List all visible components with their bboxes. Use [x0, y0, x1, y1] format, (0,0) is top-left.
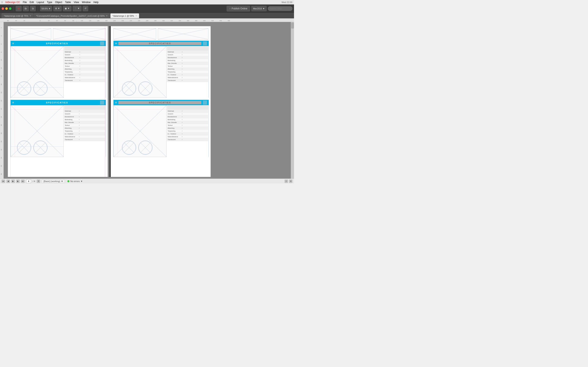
- spec-label: Max. Breedte: [64, 62, 79, 64]
- canvas-area[interactable]: = SPECIFICATIES: [4, 22, 294, 179]
- first-page-button[interactable]: ⏮: [2, 180, 5, 183]
- layout-mode-button[interactable]: ▣ ▼: [63, 6, 71, 11]
- spec-label: Translucent: [64, 80, 79, 81]
- menu-type[interactable]: Type: [47, 1, 52, 4]
- error-dropdown-icon: ▼: [80, 180, 83, 183]
- spec-label: Translucent: [64, 139, 79, 141]
- refresh-button[interactable]: ↺: [83, 6, 88, 11]
- menu-object[interactable]: Object: [55, 1, 62, 4]
- collapse-icon: [100, 100, 104, 105]
- svg-text:440: 440: [219, 20, 222, 21]
- spec-row: Translucent=: [64, 138, 105, 141]
- svg-text:60: 60: [64, 20, 66, 21]
- circle-7: [122, 141, 136, 155]
- tab-close-icon[interactable]: ✕: [135, 15, 137, 17]
- toolbar-separator: [13, 6, 14, 11]
- tab-datamerge[interactable]: *datamerge.indd @ 75% ✕: [2, 13, 34, 18]
- spec-eq: =: [79, 51, 81, 53]
- scrollbar-thumb[interactable]: [291, 22, 294, 29]
- circle-5: [122, 81, 136, 96]
- zoom-level-display[interactable]: 58.6% ▼: [40, 6, 52, 11]
- svg-text:24: 24: [1, 116, 2, 118]
- spec-row: In- / Outdoor =: [64, 73, 105, 76]
- view-toggle-2[interactable]: ⊞: [289, 180, 292, 183]
- tab-close-icon[interactable]: ✕: [30, 15, 31, 17]
- spec-row: Afwerking=: [167, 127, 208, 130]
- style-label: [Basic] (working): [43, 180, 60, 183]
- svg-text:40: 40: [56, 20, 58, 21]
- tab-concepts[interactable]: *ConceptsA4Catalogus_PromotieSpullen_Jul…: [34, 13, 110, 18]
- play-button[interactable]: ▶: [11, 180, 15, 183]
- spec-row: Bedrukking=: [167, 59, 208, 62]
- product-card-2: = SPECIFICATIES: [113, 41, 209, 98]
- spec-label: Brandwerend: [64, 116, 79, 118]
- spec-row: Max. Breedte =: [64, 62, 105, 65]
- menu-edit[interactable]: Edit: [30, 1, 34, 4]
- maximize-button[interactable]: [9, 7, 11, 10]
- collapse-icon: [203, 42, 207, 45]
- menu-view[interactable]: View: [74, 1, 79, 4]
- help-search-input[interactable]: [268, 6, 292, 11]
- view-toggle-1[interactable]: ⊡: [285, 180, 288, 183]
- spec-eq: =: [182, 133, 184, 135]
- date-button[interactable]: Mar2016 ▼: [251, 6, 267, 11]
- spec-eq: =: [79, 74, 81, 76]
- spec-row: Bedrukking=: [167, 118, 208, 121]
- menu-window[interactable]: Window: [82, 1, 91, 4]
- svg-text:8: 8: [1, 52, 2, 53]
- spec-table-2: Materiaal= Gewicht= Brandwerend= Bedrukk…: [167, 46, 209, 98]
- svg-text:22: 22: [1, 108, 2, 110]
- spec-eq: =: [182, 80, 184, 81]
- spec-row: Textuur=: [167, 65, 208, 68]
- st-button[interactable]: St: [30, 6, 36, 11]
- bridge-button[interactable]: Id: [16, 6, 22, 11]
- menu-help[interactable]: Help: [94, 1, 99, 4]
- svg-text:30: 30: [1, 141, 2, 142]
- svg-text:140: 140: [97, 20, 99, 21]
- publish-online-button[interactable]: ↑ Publish Online: [227, 6, 250, 11]
- menu-table[interactable]: Table: [65, 1, 71, 4]
- page-options-button[interactable]: ⚙: [37, 180, 40, 183]
- tools-button[interactable]: ⋮ ▼: [73, 6, 81, 11]
- tab-close-icon[interactable]: ✕: [106, 15, 108, 17]
- svg-text:240: 240: [138, 20, 140, 21]
- close-button[interactable]: [2, 7, 4, 10]
- spec-label: Waterafstotend: [167, 77, 182, 78]
- spec-label: Bedrukking: [167, 119, 182, 120]
- spec-row: In- / Outdoor=: [167, 133, 208, 135]
- spec-eq: =: [79, 77, 81, 78]
- card-header-1: = SPECIFICATIES: [11, 41, 106, 46]
- view-mode-button[interactable]: ⊞ ▼: [53, 6, 62, 11]
- svg-text:26: 26: [1, 124, 2, 126]
- style-dropdown[interactable]: [Basic] (working) ▼: [42, 179, 65, 183]
- menu-file[interactable]: File: [23, 1, 27, 4]
- svg-text:380: 380: [195, 20, 198, 21]
- svg-text:200: 200: [121, 20, 124, 21]
- circle-6: [138, 81, 153, 96]
- zoom-dropdown-icon: ▼: [48, 7, 51, 10]
- scroll-indicator-panel: [291, 22, 294, 179]
- spec-eq: =: [79, 59, 81, 61]
- last-page-button[interactable]: ⏭: [21, 180, 25, 183]
- svg-text:36: 36: [1, 165, 2, 167]
- prev-page-button[interactable]: ◀: [7, 180, 10, 183]
- br-button[interactable]: Br: [23, 6, 29, 11]
- spec-label: Afwerking: [167, 68, 182, 70]
- spec-eq: =: [79, 130, 81, 132]
- spec-eq: =: [79, 133, 81, 135]
- card-body-1: Materiaal = Gewicht = Brandwerend =: [11, 46, 106, 98]
- menu-layout[interactable]: Layout: [37, 1, 44, 4]
- tab-datamerge-1[interactable]: *datamerge-1 @ 59% ✕: [110, 13, 139, 18]
- spec-row: Toepassing=: [167, 71, 208, 73]
- svg-text:4: 4: [1, 35, 2, 36]
- error-status[interactable]: No errors ▼: [67, 180, 83, 183]
- next-page-button[interactable]: ▶: [16, 180, 20, 183]
- spec-row: Textuur=: [64, 124, 105, 127]
- svg-text:10: 10: [1, 59, 2, 61]
- page-number-input[interactable]: [26, 179, 31, 183]
- spec-eq: =: [182, 139, 184, 141]
- apple-menu[interactable]: : [2, 1, 2, 4]
- svg-text:260: 260: [146, 20, 148, 21]
- minimize-button[interactable]: [5, 7, 8, 10]
- spec-row: Materiaal=: [167, 50, 208, 53]
